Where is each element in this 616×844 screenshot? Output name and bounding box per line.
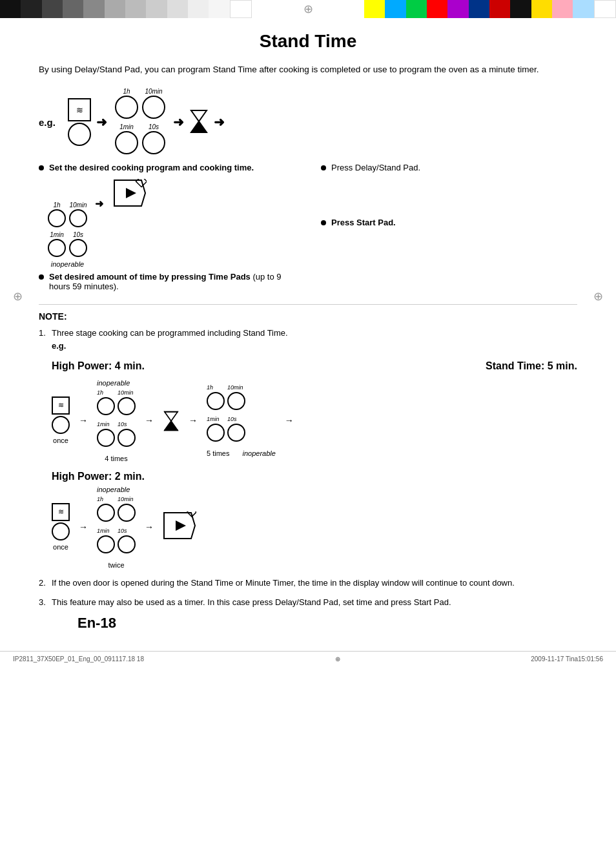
svg-marker-7 (165, 421, 178, 430)
bullet2-text: Press Delay/Stand Pad. (331, 163, 420, 172)
page-number: En-18 (39, 615, 577, 632)
s12-arrow1: → (79, 414, 88, 427)
s1-timepads-group: inoperable 1h 10min (97, 378, 136, 464)
s2-bottom-row: 1min 10s (207, 415, 276, 446)
s3-bottom-row: 1min 10s (97, 527, 136, 557)
mini-btn-1h (48, 209, 66, 227)
note-title: NOTE: (39, 311, 577, 322)
inoperable-label1: inoperable (51, 260, 84, 268)
s1-bottom-row: 1min 10s (97, 420, 136, 451)
bullet1 (39, 165, 44, 170)
col-right-bullets: Press Delay/Stand Pad. Press Start Pad. (321, 163, 577, 291)
s3-timepads-group: inoperable 1h 10min (97, 484, 136, 570)
s1-wifi: ≋ once (52, 396, 70, 446)
s12-arrow2: → (145, 414, 154, 427)
btn-circle-wifi (68, 123, 91, 146)
mini-diagram: 1h 10min 1min (45, 179, 295, 268)
main-eg-diagram: e.g. ≋ ➜ 1h 10min 1min (39, 88, 577, 156)
bullet1-text: Set the desired cooking program and cook… (49, 163, 254, 172)
reg-mark-right: ⊕ (593, 289, 603, 304)
bullet4 (321, 220, 326, 225)
s2-hourglass (163, 411, 180, 431)
col-left-bullets: Set the desired cooking program and cook… (39, 163, 295, 291)
main-content: ⊕ ⊕ Stand Time By using Delay/Stand Pad,… (0, 18, 616, 644)
footer-right: 2009-11-17 Tina15:01:56 (531, 655, 603, 663)
s12-arrow3: → (189, 414, 198, 427)
btn-1h (115, 96, 138, 119)
10s-label: 10s (142, 123, 165, 130)
svg-marker-4 (126, 188, 136, 198)
10min-label: 10min (142, 88, 165, 95)
s3-top-row: 1h 10min (97, 495, 136, 526)
arrow2: ➜ (173, 114, 184, 130)
note-section: NOTE: 1. Three stage cooking can be prog… (39, 304, 577, 608)
svg-marker-10 (176, 520, 186, 531)
page-title: Stand Time (39, 31, 577, 52)
stage12-diagram: ≋ once → inoperable 1h (52, 378, 577, 464)
s1-timepads: 1h 10min (97, 389, 136, 464)
mini-btn-1min (48, 239, 66, 257)
stage1-title: High Power: 4 min. (52, 358, 145, 374)
inoperable-s2: inoperable (242, 448, 275, 459)
arrow3: ➜ (214, 114, 225, 130)
wifi-box: ≋ (68, 98, 91, 121)
once-label1: once (53, 435, 68, 446)
mini-1h-label: 1h (48, 201, 66, 209)
stage3-header: High Power: 2 min. (52, 469, 577, 484)
intro-paragraph: By using Delay/Stand Pad, you can progra… (39, 63, 577, 76)
s3-timepads: 1h 10min (97, 495, 136, 571)
stage2-title: Stand Time: 5 min. (486, 358, 577, 374)
stage-header: High Power: 4 min. Stand Time: 5 min. (52, 358, 577, 374)
5times-label: 5 times (207, 448, 229, 459)
svg-marker-1 (191, 121, 207, 132)
numbered-list: 1. Three stage cooking can be programmed… (39, 327, 577, 608)
footer-reg-mark: ⊕ (335, 655, 340, 663)
eg-label-note: e.g. (52, 341, 66, 351)
twice-label: twice (97, 560, 136, 571)
1h-label: 1h (115, 88, 138, 95)
mini-btn-10s (69, 239, 87, 257)
bullet4-text: Press Start Pad. (331, 218, 396, 227)
page-footer: IP2811_37X50EP_01_Eng_00_091117.18 18 ⊕ … (0, 651, 616, 666)
mini-arrow: ➜ (95, 198, 103, 209)
stage3-diagram: ≋ once → inoperable 1h (52, 484, 577, 570)
s2-timepads-group: 1h 10min (207, 384, 276, 459)
mini-10s-label: 10s (69, 231, 87, 238)
inoperable-s3: inoperable (97, 484, 136, 495)
eg-label: e.g. (39, 117, 61, 128)
time-pads-mini: 1h 10min 1min (48, 201, 87, 268)
1min-label: 1min (115, 123, 138, 130)
s3-startpad (163, 511, 196, 544)
inoperable-s1: inoperable (97, 378, 136, 389)
s2-timepads: 1h 10min (207, 384, 276, 459)
bullet3-text: Set desired amount of time by pressing T… (49, 272, 295, 291)
s2-labels-row: 5 times inoperable (207, 447, 276, 459)
btn-10min (142, 96, 165, 119)
wifi-button-group: ≋ (68, 98, 91, 146)
s3-arrow2: → (145, 520, 154, 534)
two-col-bullets: Set the desired cooking program and cook… (39, 163, 577, 291)
stage-section: High Power: 4 min. Stand Time: 5 min. ≋ … (52, 358, 577, 570)
btn-10s (142, 131, 165, 154)
time-pad-group-main: 1h 10min 1min 10s (115, 88, 165, 156)
svg-marker-0 (191, 110, 207, 121)
note-item-1: 1. Three stage cooking can be programmed… (39, 327, 577, 570)
arrow1: ➜ (96, 114, 107, 130)
s3-wifi: ≋ once (52, 503, 70, 553)
svg-marker-6 (165, 411, 178, 420)
reg-mark-top: ⊕ (303, 2, 313, 16)
start-pad-shape (113, 179, 147, 209)
top-color-bar: ⊕ (0, 0, 616, 18)
mini-btn-10min (69, 209, 87, 227)
reg-mark-left: ⊕ (13, 289, 23, 304)
bullet3 (39, 274, 44, 280)
hourglass (189, 109, 209, 136)
mini-1min-label: 1min (48, 231, 66, 238)
4times-label: 4 times (97, 453, 136, 464)
btn-1min (115, 131, 138, 154)
mini-10min-label: 10min (69, 201, 87, 209)
once-label2: once (53, 542, 68, 553)
s12-arrow4: → (285, 414, 294, 427)
note-item-3: 3. This feature may also be used as a ti… (39, 596, 577, 609)
note-item-2: 2. If the oven door is opened during the… (39, 577, 577, 590)
